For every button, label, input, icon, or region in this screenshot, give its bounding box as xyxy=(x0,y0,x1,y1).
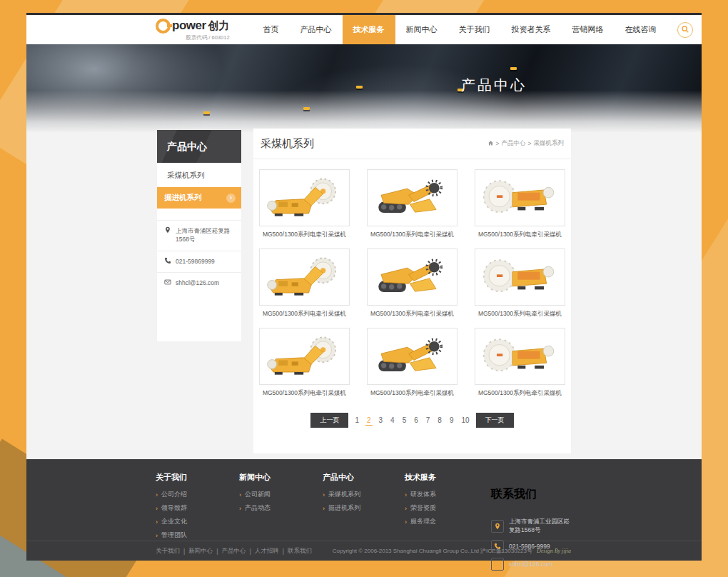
page-number-4[interactable]: 4 xyxy=(389,416,396,425)
sidebar-contact-text: 021-59869999 xyxy=(176,258,215,265)
product-image xyxy=(259,169,350,226)
hero-banner: 产品中心 xyxy=(26,44,702,133)
product-card-2[interactable]: MG500/1300系列电牵引采煤机 xyxy=(367,169,457,239)
footer-link-label: 研发体系 xyxy=(410,490,436,499)
footer-link-label: 服务理念 xyxy=(410,517,436,526)
nav-item-5[interactable]: 关于我们 xyxy=(448,15,501,44)
page-number-2[interactable]: 2 xyxy=(365,416,373,426)
main-panel-header: 采煤机系列 >产品中心>采煤机系列 xyxy=(253,129,571,159)
nav-item-4[interactable]: 新闻中心 xyxy=(395,15,448,44)
sidebar-contact-item: 021-59869999 xyxy=(157,251,241,272)
footer-link[interactable]: ›采煤机系列 xyxy=(323,490,405,499)
site-header: power 创力 股票代码 / 603012 首页产品中心技术服务新闻中心关于我… xyxy=(26,13,702,44)
footer-link[interactable]: ›管理团队 xyxy=(156,531,239,540)
sidebar-menu-label: 采煤机系列 xyxy=(167,171,205,179)
page-number-6[interactable]: 6 xyxy=(413,416,420,425)
nav-item-2[interactable]: 产品中心 xyxy=(290,15,343,44)
breadcrumb-item[interactable]: 产品中心 xyxy=(502,139,526,148)
arrow-bullet-icon: › xyxy=(405,505,407,512)
prev-page-button[interactable]: 上一页 xyxy=(310,413,348,428)
phone-icon xyxy=(164,257,171,266)
page-number-5[interactable]: 5 xyxy=(401,416,408,425)
footer-column-title: 关于我们 xyxy=(156,472,239,483)
design-credit: Design By jijia xyxy=(537,548,571,554)
breadcrumb-item[interactable]: 采煤机系列 xyxy=(534,139,565,148)
product-name: MG500/1300系列电牵引采煤机 xyxy=(259,389,350,398)
page-number-9[interactable]: 9 xyxy=(448,416,455,425)
product-card-7[interactable]: MG500/1300系列电牵引采煤机 xyxy=(259,328,350,398)
next-page-button[interactable]: 下一页 xyxy=(476,413,514,428)
page-number-7[interactable]: 7 xyxy=(425,416,432,425)
product-image xyxy=(367,328,457,385)
nav-item-3[interactable]: 技术服务 xyxy=(343,15,395,44)
bottom-link[interactable]: 联系我们 xyxy=(288,547,312,556)
main-panel: 采煤机系列 >产品中心>采煤机系列 MG500/1300系列电牵引采煤机MG50… xyxy=(253,129,571,453)
product-name: MG500/1300系列电牵引采煤机 xyxy=(367,389,457,398)
product-image xyxy=(259,328,350,385)
product-card-1[interactable]: MG500/1300系列电牵引采煤机 xyxy=(259,169,350,239)
product-card-9[interactable]: MG500/1300系列电牵引采煤机 xyxy=(475,328,565,398)
arrow-bullet-icon: › xyxy=(405,518,407,526)
pagination: 上一页12345678910下一页 xyxy=(253,413,571,428)
product-card-8[interactable]: MG500/1300系列电牵引采煤机 xyxy=(367,328,457,398)
product-image xyxy=(475,169,565,226)
sidebar-menu-item-2[interactable]: 掘进机系列› xyxy=(157,187,241,209)
page-number-3[interactable]: 3 xyxy=(378,416,385,425)
footer-column-title: 联系我们 xyxy=(491,487,571,502)
nav-item-1[interactable]: 首页 xyxy=(253,15,290,44)
product-name: MG500/1300系列电牵引采煤机 xyxy=(367,231,457,239)
search-button[interactable] xyxy=(677,22,693,38)
footer-link[interactable]: ›服务理念 xyxy=(405,517,491,526)
footer-contact-text: 上海市青浦工业园区崧复路1568号 xyxy=(509,518,571,535)
sidebar-contact-item: 上海市青浦区崧复路1568号 xyxy=(157,220,241,251)
truck-dot xyxy=(303,107,310,110)
product-name: MG500/1300系列电牵引采煤机 xyxy=(475,310,565,318)
product-card-3[interactable]: MG500/1300系列电牵引采煤机 xyxy=(475,169,565,239)
sidebar-contact-text: 上海市青浦区崧复路1568号 xyxy=(176,227,234,244)
footer-link[interactable]: ›公司介绍 xyxy=(156,490,239,499)
product-name: MG500/1300系列电牵引采煤机 xyxy=(259,310,350,318)
product-name: MG500/1300系列电牵引采煤机 xyxy=(475,389,565,398)
footer-link[interactable]: ›产品动态 xyxy=(239,503,323,513)
footer-link[interactable]: ›研发体系 xyxy=(405,490,491,499)
bottom-link[interactable]: 新闻中心 xyxy=(188,547,213,556)
bottom-link-separator: | xyxy=(183,548,185,555)
copyright-text: Copyright © 2006-2013 Shanghai Chuangli … xyxy=(333,547,532,555)
page-frame: power 创力 股票代码 / 603012 首页产品中心技术服务新闻中心关于我… xyxy=(26,13,702,558)
copyright: Copyright © 2006-2013 Shanghai Chuangli … xyxy=(333,547,571,555)
nav-item-8[interactable]: 在线咨询 xyxy=(615,15,667,44)
page-number-8[interactable]: 8 xyxy=(436,416,443,425)
arrow-bullet-icon: › xyxy=(239,491,241,498)
footer-bottom-links: 关于我们|新闻中心|产品中心|人才招聘|联系我们 xyxy=(156,547,312,556)
logo-suffix: 创力 xyxy=(208,19,230,33)
nav-item-6[interactable]: 投资者关系 xyxy=(501,15,562,44)
bottom-link[interactable]: 人才招聘 xyxy=(255,547,279,556)
footer-link[interactable]: ›公司新闻 xyxy=(239,490,323,499)
home-icon[interactable] xyxy=(487,140,494,148)
product-name: MG500/1300系列电牵引采煤机 xyxy=(259,231,350,239)
arrow-bullet-icon: › xyxy=(239,505,241,512)
arrow-bullet-icon: › xyxy=(156,518,158,526)
nav-item-7[interactable]: 营销网络 xyxy=(562,15,615,44)
page-number-1[interactable]: 1 xyxy=(353,416,360,425)
arrow-circle-icon: › xyxy=(226,194,236,203)
footer-link-label: 管理团队 xyxy=(161,531,187,540)
footer-contact-item: 上海市青浦工业园区崧复路1568号 xyxy=(491,518,571,535)
footer-link-label: 公司新闻 xyxy=(245,490,271,499)
page-number-10[interactable]: 10 xyxy=(460,416,470,425)
sidebar-menu-item-1[interactable]: 采煤机系列 xyxy=(157,163,241,187)
product-card-5[interactable]: MG500/1300系列电牵引采煤机 xyxy=(367,249,457,318)
logo[interactable]: power 创力 股票代码 / 603012 xyxy=(156,15,230,44)
sidebar-menu: 采煤机系列掘进机系列› xyxy=(157,163,241,209)
truck-dot xyxy=(203,111,210,114)
bottom-link[interactable]: 产品中心 xyxy=(221,547,246,556)
footer-link-label: 企业文化 xyxy=(161,517,187,526)
footer-link[interactable]: ›荣誉资质 xyxy=(405,503,491,513)
footer-link[interactable]: ›企业文化 xyxy=(156,517,239,526)
bottom-link-separator: | xyxy=(283,548,284,555)
product-card-4[interactable]: MG500/1300系列电牵引采煤机 xyxy=(259,249,350,318)
product-card-6[interactable]: MG500/1300系列电牵引采煤机 xyxy=(475,249,565,318)
footer-link[interactable]: ›掘进机系列 xyxy=(323,503,405,513)
bottom-link[interactable]: 关于我们 xyxy=(156,547,180,556)
footer-link[interactable]: ›领导致辞 xyxy=(156,503,239,513)
